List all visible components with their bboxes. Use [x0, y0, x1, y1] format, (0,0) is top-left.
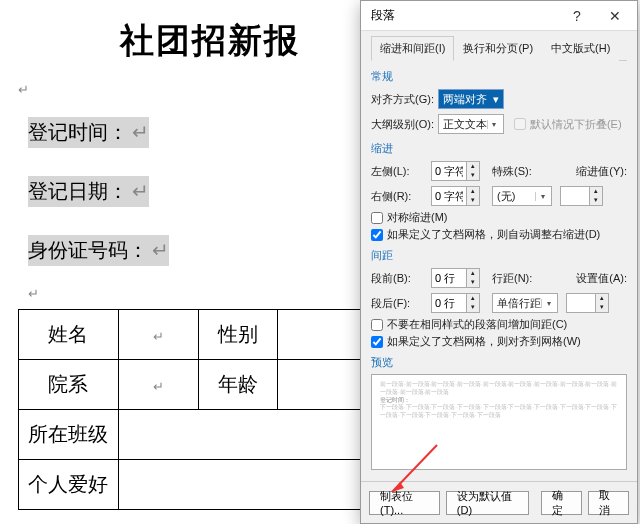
- section-indent: 缩进: [371, 141, 627, 156]
- doc-table: 姓名 ↵ 性别 院系 ↵ 年龄 所在班级 个人爱好: [18, 309, 408, 510]
- cell-name-label[interactable]: 姓名: [19, 310, 119, 360]
- tab-asian[interactable]: 中文版式(H): [542, 36, 619, 61]
- label-outline: 大纲级别(O):: [371, 117, 434, 132]
- select-outline[interactable]: 正文文本▾: [438, 114, 504, 134]
- check-collapse: [514, 118, 526, 130]
- label-byvalue: 缩进值(Y):: [576, 164, 627, 179]
- doc-line-3[interactable]: 身份证号码：↵: [28, 235, 169, 266]
- tab-indent-spacing[interactable]: 缩进和间距(I): [371, 36, 454, 61]
- preview-box: 前一段落·前一段落·前一段落·前一段落·前一段落·前一段落·前一段落·前一段落·…: [371, 374, 627, 470]
- tab-line-page[interactable]: 换行和分页(P): [454, 36, 542, 61]
- spin-after[interactable]: ▴▾: [431, 293, 480, 313]
- cell-class-label[interactable]: 所在班级: [19, 410, 119, 460]
- default-button[interactable]: 设为默认值(D): [446, 491, 529, 515]
- cell-name-value[interactable]: ↵: [118, 310, 198, 360]
- paragraph-mark: ↵: [18, 82, 401, 97]
- dialog-footer: 制表位(T)... 设为默认值(D) 确定 取消: [361, 481, 637, 523]
- cell-hobby-label[interactable]: 个人爱好: [19, 460, 119, 510]
- cancel-button[interactable]: 取消: [588, 491, 629, 515]
- label-right: 右侧(R):: [371, 189, 427, 204]
- label-linesp: 行距(N):: [492, 271, 532, 286]
- label-align: 对齐方式(G):: [371, 92, 434, 107]
- label-special: 特殊(S):: [492, 164, 532, 179]
- spin-right[interactable]: ▴▾: [431, 186, 480, 206]
- check-grid-indent[interactable]: [371, 229, 383, 241]
- dialog-titlebar: 段落 ? ✕: [361, 1, 637, 31]
- document-page: 社团招新报 ↵ 登记时间：↵ 登记日期：↵ 身份证号码：↵ ↵ 姓名 ↵ 性别 …: [0, 0, 420, 524]
- close-button[interactable]: ✕: [597, 3, 633, 29]
- tabs-button[interactable]: 制表位(T)...: [369, 491, 440, 515]
- cell-gender-label[interactable]: 性别: [198, 310, 278, 360]
- select-special[interactable]: (无)▾: [492, 186, 552, 206]
- check-mirror[interactable]: [371, 212, 383, 224]
- select-linesp[interactable]: 单倍行距▾: [492, 293, 558, 313]
- dialog-title: 段落: [371, 7, 395, 24]
- label-before: 段前(B):: [371, 271, 427, 286]
- ok-button[interactable]: 确定: [541, 491, 582, 515]
- check-grid-space[interactable]: [371, 336, 383, 348]
- cell-dept-value[interactable]: ↵: [118, 360, 198, 410]
- label-after: 段后(F):: [371, 296, 427, 311]
- doc-line-2[interactable]: 登记日期：↵: [28, 176, 149, 207]
- label-left: 左侧(L):: [371, 164, 427, 179]
- check-nospace[interactable]: [371, 319, 383, 331]
- doc-title: 社团招新报: [18, 18, 401, 64]
- spin-byvalue[interactable]: ▴▾: [560, 186, 603, 206]
- cell-age-label[interactable]: 年龄: [198, 360, 278, 410]
- select-align[interactable]: 两端对齐▾: [438, 89, 504, 109]
- paragraph-dialog: 段落 ? ✕ 缩进和间距(I) 换行和分页(P) 中文版式(H) 常规 对齐方式…: [360, 0, 638, 524]
- help-button[interactable]: ?: [559, 3, 595, 29]
- paragraph-mark: ↵: [28, 286, 401, 301]
- section-general: 常规: [371, 69, 627, 84]
- section-preview: 预览: [371, 355, 627, 370]
- spin-at[interactable]: ▴▾: [566, 293, 609, 313]
- spin-left[interactable]: ▴▾: [431, 161, 480, 181]
- label-at: 设置值(A):: [576, 271, 627, 286]
- section-spacing: 间距: [371, 248, 627, 263]
- doc-line-1[interactable]: 登记时间：↵: [28, 117, 149, 148]
- spin-before[interactable]: ▴▾: [431, 268, 480, 288]
- cell-dept-label[interactable]: 院系: [19, 360, 119, 410]
- dialog-tabs: 缩进和间距(I) 换行和分页(P) 中文版式(H): [371, 35, 627, 61]
